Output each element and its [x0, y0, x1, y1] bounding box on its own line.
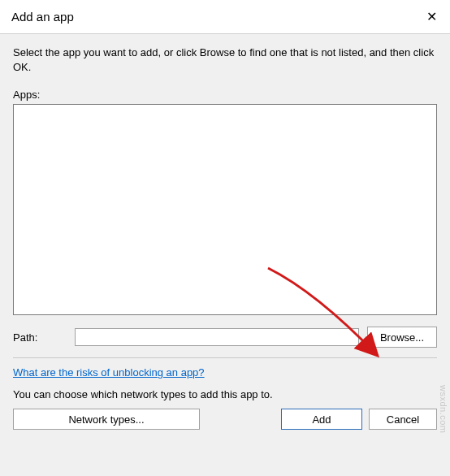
window-title: Add an app	[11, 10, 74, 24]
close-button[interactable]: ✕	[413, 0, 450, 34]
cancel-button[interactable]: Cancel	[369, 409, 437, 430]
separator	[13, 357, 437, 358]
network-desc: You can choose which network types to ad…	[13, 388, 437, 400]
button-row: Network types... Add Cancel	[13, 409, 437, 430]
apps-listbox[interactable]	[13, 104, 437, 315]
add-button[interactable]: Add	[281, 409, 362, 430]
risks-link[interactable]: What are the risks of unblocking an app?	[13, 366, 205, 379]
apps-label: Apps:	[13, 89, 437, 101]
browse-button[interactable]: Browse...	[367, 327, 437, 348]
path-row: Path: Browse...	[13, 327, 437, 348]
content-area: Select the app you want to add, or click…	[0, 34, 450, 439]
network-types-button[interactable]: Network types...	[13, 409, 200, 430]
path-label: Path:	[13, 331, 67, 344]
close-icon: ✕	[426, 9, 437, 24]
description-text: Select the app you want to add, or click…	[13, 45, 437, 74]
titlebar: Add an app ✕	[0, 0, 450, 34]
path-input[interactable]	[75, 328, 359, 346]
